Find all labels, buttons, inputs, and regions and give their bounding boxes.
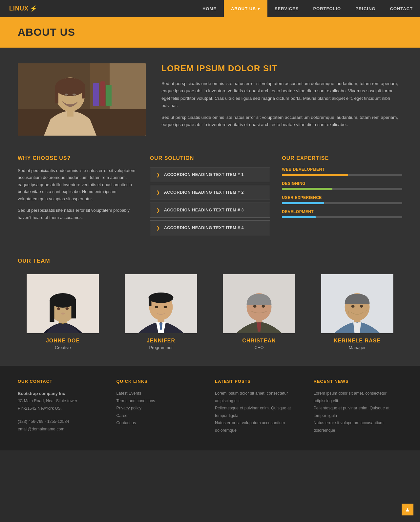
- skill-ux-bar-fill: [282, 202, 324, 204]
- accordion-label-1: ACCORDION HEADING TEXT ITEM # 1: [164, 172, 244, 177]
- nav-about[interactable]: ABOUT US ▾: [224, 0, 267, 17]
- accordion-label-3: ACCORDION HEADING TEXT ITEM # 3: [164, 208, 244, 212]
- intro-image-svg: [18, 63, 146, 136]
- footer-news-1: Lorem ipsum dolor sit amet, consectetur …: [314, 390, 403, 404]
- footer-news-heading: RECENT NEWS: [314, 379, 403, 384]
- svg-rect-19: [50, 300, 54, 322]
- footer-post-1: Lorem ipsum dolor sit amet, consectetur …: [215, 390, 304, 404]
- skill-webdev-label: WEB DEVELOPMENT: [282, 167, 402, 172]
- footer-recent-news: RECENT NEWS Lorem ipsum dolor sit amet, …: [314, 379, 403, 434]
- footer-link-events[interactable]: Latest Events: [116, 390, 205, 397]
- why-heading: WHY CHOOSE US?: [18, 155, 138, 161]
- footer-post-2: Pellentesque et pulvinar enim. Quisque a…: [215, 404, 304, 419]
- footer-quicklinks-heading: QUICK LINKS: [116, 379, 205, 384]
- why-para1: Sed ut perspiciaatis unde omnis iste nat…: [18, 167, 138, 202]
- team-photo-2: [116, 274, 206, 333]
- footer: OUR CONTACT Bootstrap company Inc JC Mai…: [0, 366, 420, 450]
- nav-pricing[interactable]: PRICING: [348, 0, 383, 17]
- accordion-arrow-2: ❯: [156, 190, 160, 195]
- skill-ux-bar-bg: [282, 202, 402, 204]
- intro-para1: Sed ut perspiciaatis unde omnis iste nat…: [161, 80, 402, 109]
- svg-point-35: [262, 305, 265, 308]
- accordion-label-2: ACCORDION HEADING TEXT ITEM # 2: [164, 190, 244, 195]
- nav-home[interactable]: HOME: [195, 0, 224, 17]
- footer-link-terms[interactable]: Terms and conditions: [116, 397, 205, 405]
- skill-design-label: DESIGNING: [282, 181, 402, 186]
- team-role-1: Creative: [18, 345, 108, 350]
- team-section: OUR TEAM: [18, 258, 402, 350]
- footer-link-privacy[interactable]: Privacy policy: [116, 404, 205, 412]
- nav-services[interactable]: SERVICES: [267, 0, 306, 17]
- svg-point-39: [351, 305, 355, 308]
- footer-quicklinks: QUICK LINKS Latest Events Terms and cond…: [116, 379, 205, 434]
- footer-link-career[interactable]: Career: [116, 412, 205, 420]
- footer-address1: JC Main Road, Near Silnie tower: [18, 397, 107, 405]
- page-title: ABOUT US: [18, 26, 402, 38]
- skill-ux: USER EXPERIENCE: [282, 195, 402, 204]
- svg-point-9: [55, 78, 85, 96]
- skill-webdev-bar-fill: [282, 174, 348, 176]
- skill-dev-bar-bg: [282, 216, 402, 218]
- expertise-col: OUR EXPERTISE WEB DEVELOPMENT DESIGNING …: [282, 155, 402, 238]
- team-grid: JOHNE DOE Creative: [18, 274, 402, 350]
- dropdown-caret: ▾: [258, 6, 260, 11]
- team-photo-3: [214, 274, 304, 333]
- team-card-4: KERINELE RASE Manager: [312, 274, 402, 350]
- skill-design-bar-bg: [282, 188, 402, 190]
- why-para2: Sed ut perspiciaatis iste natus error si…: [18, 207, 138, 221]
- svg-point-12: [65, 94, 68, 96]
- logo[interactable]: LINUX ⚡: [0, 0, 47, 17]
- team-role-2: Programmer: [116, 345, 206, 350]
- logo-text: LINUX: [9, 5, 29, 12]
- svg-point-29: [155, 306, 158, 308]
- footer-post-3: Natus error sit voluputum accusantium do…: [215, 419, 304, 434]
- logo-icon: ⚡: [30, 5, 37, 12]
- accordion-item-4[interactable]: ❯ ACCORDION HEADING TEXT ITEM # 4: [150, 220, 270, 235]
- why-choose-col: WHY CHOOSE US? Sed ut perspiciaatis unde…: [18, 155, 138, 238]
- accordion-arrow-1: ❯: [156, 172, 160, 177]
- intro-heading: LOREM IPSUM DOLOR SIT: [161, 63, 402, 74]
- skill-webdev-bar-bg: [282, 174, 402, 176]
- footer-news-2: Pellentesque et pulvinar enim. Quisque a…: [314, 404, 403, 419]
- team-role-4: Manager: [312, 345, 402, 350]
- svg-point-34: [253, 305, 257, 308]
- intro-section: LOREM IPSUM DOLOR SIT Sed ut perspiciaat…: [18, 63, 402, 136]
- nav-contact[interactable]: CONTACT: [383, 0, 420, 17]
- svg-point-13: [73, 94, 76, 96]
- footer-phone: (123) 456-769 - 1255-12584: [18, 418, 107, 425]
- team-card-2: JENNIFER Programmer: [116, 274, 206, 350]
- footer-contact: OUR CONTACT Bootstrap company Inc JC Mai…: [18, 379, 107, 434]
- hero-banner: ABOUT US: [0, 17, 420, 48]
- team-name-2: JENNIFER: [116, 338, 206, 344]
- nav-portfolio[interactable]: PORTFOLIO: [306, 0, 348, 17]
- accordion-label-4: ACCORDION HEADING TEXT ITEM # 4: [164, 226, 244, 230]
- svg-point-30: [164, 306, 167, 308]
- team-role-3: CEO: [214, 345, 304, 350]
- skill-design: DESIGNING: [282, 181, 402, 190]
- team-heading: OUR TEAM: [18, 258, 402, 264]
- solution-heading: OUR SOLUTION: [150, 155, 270, 161]
- nav-links: HOME ABOUT US ▾ SERVICES PORTFOLIO PRICI…: [195, 0, 420, 17]
- team-name-1: JOHNE DOE: [18, 338, 108, 344]
- footer-posts-heading: LATEST POSTS: [215, 379, 304, 384]
- expertise-heading: OUR EXPERTISE: [282, 155, 402, 161]
- intro-text: LOREM IPSUM DOLOR SIT Sed ut perspiciaat…: [161, 63, 402, 136]
- footer-grid: OUR CONTACT Bootstrap company Inc JC Mai…: [18, 379, 402, 434]
- intro-para2: Sed ut perspiciaatis unde omnis iste nat…: [161, 114, 402, 129]
- solution-col: OUR SOLUTION ❯ ACCORDION HEADING TEXT IT…: [150, 155, 270, 238]
- three-columns: WHY CHOOSE US? Sed ut perspiciaatis unde…: [18, 155, 402, 238]
- accordion-item-2[interactable]: ❯ ACCORDION HEADING TEXT ITEM # 2: [150, 185, 270, 200]
- accordion-item-1[interactable]: ❯ ACCORDION HEADING TEXT ITEM # 1: [150, 167, 270, 182]
- team-photo-1: [18, 274, 108, 333]
- skill-dev: DEVELOPMENT: [282, 209, 402, 218]
- accordion-item-3[interactable]: ❯ ACCORDION HEADING TEXT ITEM # 3: [150, 203, 270, 218]
- footer-news-3: Natus error sit voluputum accusantium do…: [314, 419, 403, 434]
- footer-link-contact[interactable]: Contact us: [116, 419, 205, 427]
- skill-webdev: WEB DEVELOPMENT: [282, 167, 402, 176]
- svg-point-23: [61, 313, 65, 315]
- accordion-arrow-4: ❯: [156, 225, 160, 230]
- footer-contact-heading: OUR CONTACT: [18, 379, 107, 384]
- main-content: LOREM IPSUM DOLOR SIT Sed ut perspiciaat…: [0, 48, 420, 366]
- svg-point-22: [66, 307, 69, 310]
- team-card-1: JOHNE DOE Creative: [18, 274, 108, 350]
